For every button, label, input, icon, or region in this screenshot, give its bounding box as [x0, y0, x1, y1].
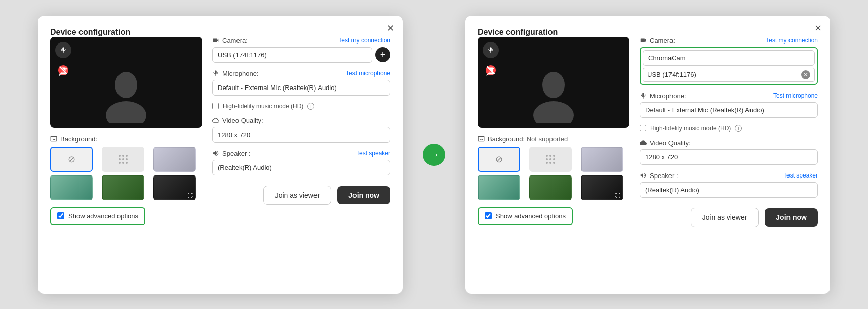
- speaker-select-wrapper-1: (Realtek(R) Audio): [212, 160, 390, 175]
- svg-point-20: [546, 158, 548, 160]
- bg-room-2[interactable]: [581, 147, 623, 172]
- dialog-2-left-panel: Background: Not supported ⊘ ⛶: [478, 37, 629, 227]
- bg-none-2[interactable]: ⊘: [478, 147, 520, 172]
- speaker-select-1[interactable]: (Realtek(R) Audio): [212, 160, 390, 175]
- svg-point-24: [549, 162, 551, 164]
- show-advanced-checkbox-1[interactable]: [57, 212, 64, 219]
- camera-search-input-2[interactable]: [647, 71, 801, 78]
- bg-section-text-2: Background: Not supported: [488, 135, 568, 143]
- page-wrapper: Device configuration ✕: [0, 0, 868, 309]
- bg-none-1[interactable]: ⊘: [50, 147, 93, 172]
- bg-dark-2[interactable]: ⛶: [581, 175, 623, 200]
- svg-point-16: [533, 101, 574, 123]
- bg-thumbs-2: ⊘ ⛶: [478, 147, 629, 200]
- camera-select-wrapper-2: ChromaCam: [643, 50, 815, 66]
- microphone-label-row-1: Microphone: Test microphone: [212, 70, 390, 77]
- svg-point-21: [549, 158, 551, 160]
- camera-clear-button-2[interactable]: ✕: [801, 70, 810, 79]
- bg-label-2: Background: Not supported: [478, 135, 629, 143]
- microphone-select-2[interactable]: Default - External Mic (Realtek(R) Audio…: [640, 102, 818, 118]
- cam-off-button-1[interactable]: [55, 62, 71, 78]
- camera-search-wrapper-2: ✕: [643, 68, 815, 82]
- test-microphone-link-2[interactable]: Test microphone: [773, 92, 818, 99]
- bg-beach-1[interactable]: [50, 175, 93, 200]
- video-quality-select-2[interactable]: 1280 x 720: [640, 149, 818, 165]
- bg-palm-2[interactable]: [529, 175, 572, 200]
- microphone-select-1[interactable]: Default - External Mic (Realtek(R) Audio…: [212, 80, 390, 96]
- bg-room-1[interactable]: [153, 147, 196, 172]
- avatar-silhouette-2: [531, 67, 576, 123]
- test-connection-link-2[interactable]: Test my connection: [766, 37, 818, 44]
- bg-blur-1[interactable]: [102, 147, 144, 172]
- test-connection-link-1[interactable]: Test my connection: [338, 37, 390, 44]
- video-quality-label-text-1: Video Quality:: [222, 117, 263, 124]
- bg-blur-2[interactable]: [529, 147, 572, 172]
- svg-point-6: [126, 155, 128, 157]
- video-quality-select-wrapper-2: 1280 x 720: [640, 149, 818, 165]
- bg-label-1: Background:: [50, 135, 202, 143]
- show-advanced-2[interactable]: Show advanced options: [478, 207, 573, 225]
- camera-label-row-2: Camera: Test my connection: [640, 37, 818, 45]
- arrow-circle: →: [423, 144, 445, 166]
- hifi-label-2: High-fidelity music mode (HD): [650, 125, 731, 132]
- camera-label-text-1: Camera:: [222, 37, 248, 45]
- hifi-info-icon-2[interactable]: i: [735, 125, 742, 132]
- dialog-2-right-panel: Camera: Test my connection ChromaCam: [640, 37, 818, 227]
- microphone-label-row-2: Microphone: Test microphone: [640, 92, 818, 100]
- mic-button-2[interactable]: [483, 42, 499, 58]
- join-viewer-button-1[interactable]: Join as viewer: [263, 186, 332, 205]
- speaker-label-text-2: Speaker :: [650, 172, 678, 180]
- dialog-1-left-panel: Background: ⊘ ⛶ Show: [50, 37, 202, 225]
- cam-off-button-2[interactable]: [483, 62, 499, 78]
- video-quality-field-1: Video Quality: 1280 x 720: [212, 117, 390, 143]
- bg-palm-1[interactable]: [102, 175, 144, 200]
- dialog-2-close-button[interactable]: ✕: [814, 24, 822, 33]
- show-advanced-checkbox-2[interactable]: [485, 212, 492, 219]
- video-preview-1: [50, 37, 202, 128]
- microphone-label-left-1: Microphone:: [212, 70, 259, 77]
- bg-section-text-1: Background:: [60, 135, 97, 143]
- camera-label-left-2: Camera:: [640, 37, 675, 45]
- dialog-1-close-button[interactable]: ✕: [387, 24, 394, 33]
- test-speaker-link-1[interactable]: Test speaker: [356, 150, 390, 157]
- microphone-label-text-1: Microphone:: [222, 70, 259, 77]
- hifi-checkbox-2[interactable]: [640, 125, 646, 131]
- camera-select-1[interactable]: USB (174f:1176): [212, 47, 372, 63]
- svg-point-4: [119, 155, 121, 157]
- bg-dark-1[interactable]: ⛶: [153, 175, 196, 200]
- add-camera-button-1[interactable]: +: [375, 47, 390, 62]
- speaker-select-wrapper-2: (Realtek(R) Audio): [640, 182, 818, 198]
- test-speaker-link-2[interactable]: Test speaker: [783, 172, 818, 179]
- arrow-container: →: [423, 144, 445, 166]
- hifi-checkbox-1[interactable]: [212, 103, 219, 109]
- microphone-select-wrapper-2: Default - External Mic (Realtek(R) Audio…: [640, 102, 818, 118]
- join-now-button-1[interactable]: Join now: [337, 186, 390, 204]
- video-quality-label-row-1: Video Quality:: [212, 117, 390, 124]
- speaker-label-text-1: Speaker :: [222, 150, 251, 157]
- camera-select-2[interactable]: ChromaCam: [643, 50, 815, 66]
- dialog-1-right-panel: Camera: Test my connection USB (174f:117…: [212, 37, 390, 225]
- video-quality-select-1[interactable]: 1280 x 720: [212, 127, 390, 143]
- camera-field-1: Camera: Test my connection USB (174f:117…: [212, 37, 390, 63]
- join-now-button-2[interactable]: Join now: [765, 208, 818, 227]
- dialog-2-footer: Join as viewer Join now: [640, 208, 818, 227]
- svg-point-22: [553, 158, 555, 160]
- show-advanced-1[interactable]: Show advanced options: [50, 207, 145, 225]
- dialog-1-footer: Join as viewer Join now: [212, 186, 390, 205]
- show-advanced-label-2: Show advanced options: [496, 212, 566, 220]
- speaker-field-2: Speaker : Test speaker (Realtek(R) Audio…: [640, 172, 818, 198]
- join-viewer-button-2[interactable]: Join as viewer: [691, 208, 759, 227]
- svg-point-8: [122, 158, 124, 160]
- bg-thumbs-1: ⊘ ⛶: [50, 147, 202, 200]
- video-quality-select-wrapper-1: 1280 x 720: [212, 127, 390, 143]
- speaker-select-2[interactable]: (Realtek(R) Audio): [640, 182, 818, 198]
- mic-button-1[interactable]: [55, 42, 71, 58]
- camera-green-section-2: ChromaCam ✕: [640, 47, 818, 85]
- dialog-2-title: Device configuration: [478, 28, 558, 36]
- dialog-1-body: Background: ⊘ ⛶ Show: [50, 37, 390, 225]
- speaker-label-left-1: Speaker :: [212, 150, 251, 157]
- speaker-label-row-1: Speaker : Test speaker: [212, 150, 390, 157]
- bg-beach-2[interactable]: [478, 175, 520, 200]
- test-microphone-link-1[interactable]: Test microphone: [346, 70, 390, 77]
- hifi-info-icon-1[interactable]: i: [307, 103, 314, 110]
